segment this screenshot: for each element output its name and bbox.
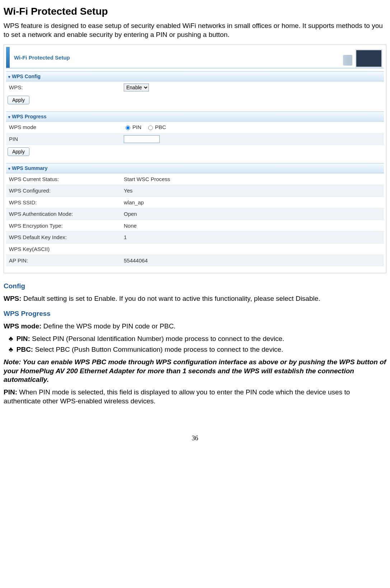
summary-value: Open <box>124 210 381 218</box>
section-head-config[interactable]: WPS Config <box>6 71 384 81</box>
page-number: 36 <box>4 434 386 442</box>
summary-value: wlan_ap <box>124 199 381 206</box>
wps-mode-label: WPS mode <box>9 124 124 131</box>
summary-value: 1 <box>124 234 381 241</box>
summary-value: 55444064 <box>124 257 381 264</box>
club-icon: ♣ <box>9 335 13 342</box>
note-text: Note: You can enable WPS PBC mode throug… <box>4 358 386 384</box>
banner-title: Wi-Fi Protected Setup <box>10 47 74 68</box>
panel-banner: Wi-Fi Protected Setup <box>6 47 384 68</box>
list-item: ♣ PIN: Select PIN (Personal Identificati… <box>9 335 386 343</box>
summary-label: WPS Encryption Type: <box>9 222 124 229</box>
description-area: Config WPS: Default setting is set to En… <box>4 282 386 406</box>
config-panel: Wi-Fi Protected Setup WPS Config WPS: En… <box>4 44 386 273</box>
section-head-progress[interactable]: WPS Progress <box>6 112 384 122</box>
wps-desc-text: Default setting is set to Enable. If you… <box>22 295 320 302</box>
pin-desc-text: Select PIN (Personal Identification Numb… <box>30 335 285 342</box>
pin-label: PIN <box>9 136 124 143</box>
banner-art <box>312 47 384 68</box>
summary-label: WPS Key(ASCII) <box>9 246 124 253</box>
summary-label: WPS Configured: <box>9 187 124 194</box>
section-head-summary[interactable]: WPS Summary <box>6 163 384 173</box>
summary-label: WPS Authentication Mode: <box>9 210 124 218</box>
banner-accent <box>6 47 10 68</box>
summary-label: AP PIN: <box>9 257 124 264</box>
wps-select[interactable]: Enable <box>124 84 149 91</box>
radio-pin[interactable]: PIN <box>124 124 141 131</box>
summary-value: Start WSC Process <box>124 176 381 183</box>
intro-text: WPS feature is designed to ease setup of… <box>4 22 386 39</box>
progress-subhead: WPS Progress <box>4 309 386 318</box>
mode-desc-text: Define the WPS mode by PIN code or PBC. <box>42 322 176 330</box>
pin-desc-lead: PIN: <box>17 335 30 342</box>
pin-input[interactable] <box>124 135 160 143</box>
summary-label: WPS Default Key Index: <box>9 234 124 241</box>
wps-desc-lead: WPS: <box>4 295 22 302</box>
apply-button-progress[interactable]: Apply <box>8 147 29 156</box>
pbc-desc-text: Select PBC (Push Button Communication) m… <box>33 346 283 353</box>
club-icon: ♣ <box>9 346 13 353</box>
pin2-desc: PIN: When PIN mode is selected, this fie… <box>4 388 386 406</box>
radio-pbc[interactable]: PBC <box>146 124 166 131</box>
radio-pbc-input[interactable] <box>148 125 153 130</box>
section-body-progress: WPS mode PIN PBC PIN Apply <box>6 122 384 159</box>
summary-label: WPS SSID: <box>9 199 124 206</box>
page-title: Wi-Fi Protected Setup <box>4 5 386 18</box>
pbc-desc-lead: PBC: <box>17 346 33 353</box>
wps-label: WPS: <box>9 84 124 91</box>
summary-label: WPS Current Status: <box>9 176 124 183</box>
apply-button-config[interactable]: Apply <box>8 96 29 104</box>
section-body-config: WPS: Enable Apply <box>6 81 384 107</box>
radio-pin-input[interactable] <box>126 125 130 130</box>
radio-pin-label: PIN <box>132 124 141 131</box>
section-body-summary: WPS Current Status: Start WSC Process WP… <box>6 173 384 266</box>
pin2-desc-text: When PIN mode is selected, this field is… <box>4 388 350 405</box>
summary-value: None <box>124 222 381 229</box>
radio-pbc-label: PBC <box>155 124 166 131</box>
wps-desc: WPS: Default setting is set to Enable. I… <box>4 294 386 303</box>
mode-desc-lead: WPS mode: <box>4 322 42 330</box>
mode-desc: WPS mode: Define the WPS mode by PIN cod… <box>4 322 386 331</box>
pin2-desc-lead: PIN: <box>4 388 17 396</box>
list-item: ♣ PBC: Select PBC (Push Button Communica… <box>9 345 386 354</box>
config-subhead: Config <box>4 282 386 291</box>
summary-value: Yes <box>124 187 381 194</box>
